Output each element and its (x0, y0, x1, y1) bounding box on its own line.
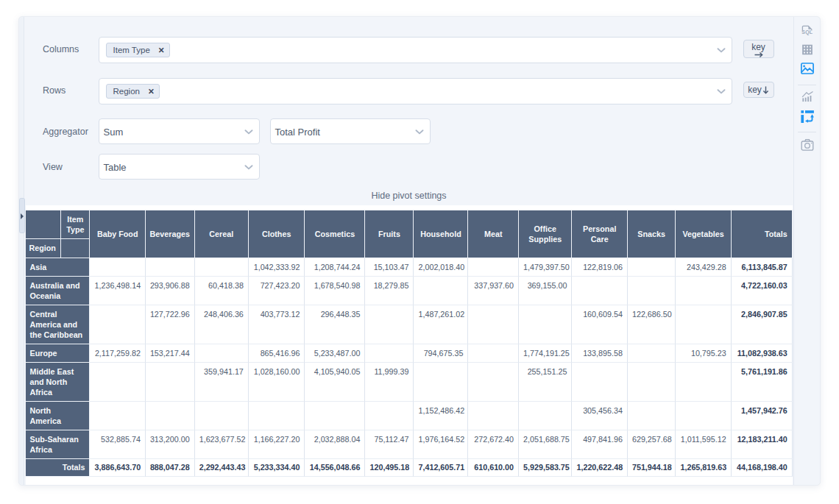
svg-text:SQL: SQL (801, 29, 813, 35)
